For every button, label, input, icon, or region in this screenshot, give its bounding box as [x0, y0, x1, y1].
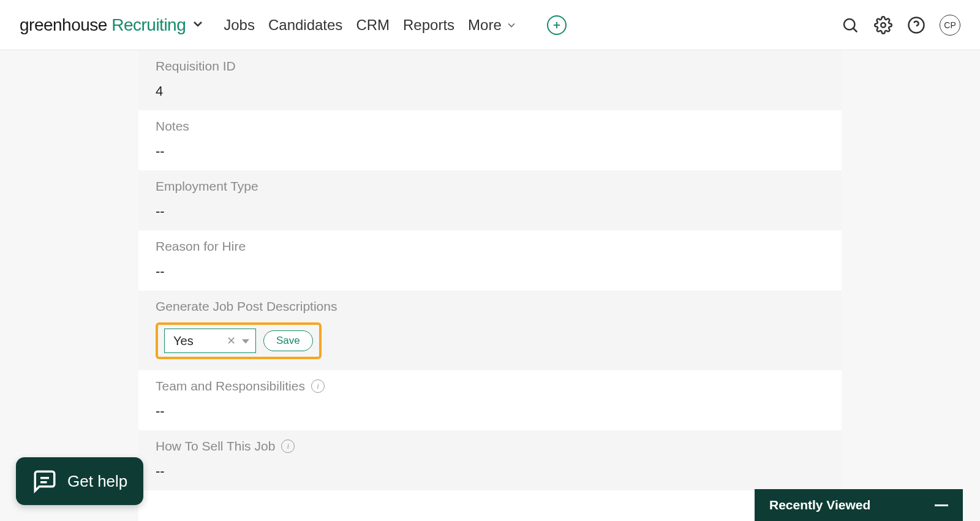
field-label: Requisition ID	[156, 59, 824, 74]
nav-jobs[interactable]: Jobs	[224, 17, 255, 34]
field-value[interactable]: --	[156, 463, 824, 479]
svg-marker-7	[242, 339, 249, 343]
logo-area[interactable]: greenhouse Recruiting	[20, 15, 205, 35]
avatar[interactable]: CP	[940, 15, 960, 36]
app-header: greenhouse Recruiting Jobs Candidates CR…	[0, 0, 980, 50]
field-requisition-id: Requisition ID 4	[138, 50, 842, 110]
save-button[interactable]: Save	[263, 330, 313, 351]
get-help-widget[interactable]: Get help	[16, 457, 143, 505]
field-value[interactable]: --	[156, 203, 824, 219]
close-icon[interactable]: ✕	[227, 334, 236, 348]
chat-icon	[32, 468, 58, 494]
field-value[interactable]: --	[156, 403, 824, 419]
chevron-down-icon[interactable]	[190, 17, 205, 34]
add-button[interactable]	[547, 15, 567, 35]
field-employment-type: Employment Type --	[138, 170, 842, 230]
recently-viewed-panel[interactable]: Recently Viewed	[755, 489, 963, 521]
recently-viewed-label: Recently Viewed	[769, 498, 935, 512]
info-icon[interactable]: i	[281, 439, 295, 453]
svg-point-2	[844, 19, 855, 30]
settings-button[interactable]	[873, 15, 893, 35]
select-value: Yes	[173, 334, 221, 348]
field-value[interactable]: --	[156, 264, 824, 280]
page-body: Requisition ID 4 Notes -- Employment Typ…	[0, 50, 980, 521]
search-icon	[841, 16, 859, 34]
nav-reports[interactable]: Reports	[403, 17, 454, 34]
logo-text: greenhouse Recruiting	[20, 15, 186, 35]
generate-select[interactable]: Yes ✕	[164, 329, 256, 353]
plus-icon	[551, 20, 562, 31]
field-team-and-responsibilities: Team and Responsibilities i --	[138, 370, 842, 430]
field-value[interactable]: 4	[156, 83, 824, 99]
caret-down-icon[interactable]	[242, 334, 249, 348]
field-label: Notes	[156, 119, 824, 134]
nav-crm[interactable]: CRM	[356, 17, 390, 34]
logo-primary: greenhouse	[20, 15, 107, 34]
field-label-text: How To Sell This Job	[156, 439, 275, 454]
svg-line-3	[853, 28, 857, 32]
nav-more[interactable]: More	[468, 17, 518, 34]
field-how-to-sell-this-job: How To Sell This Job i --	[138, 430, 842, 490]
field-label: Employment Type	[156, 179, 824, 194]
gear-icon	[874, 16, 892, 34]
header-right: CP	[840, 15, 960, 36]
minimize-icon[interactable]	[935, 504, 948, 506]
svg-point-4	[881, 23, 886, 28]
logo-secondary: Recruiting	[111, 15, 186, 34]
info-icon[interactable]: i	[311, 379, 325, 393]
highlight-box: Yes ✕ Save	[156, 322, 322, 359]
job-details-card: Requisition ID 4 Notes -- Employment Typ…	[138, 50, 842, 521]
help-icon	[907, 16, 925, 34]
help-button[interactable]	[907, 15, 926, 35]
field-label: Reason for Hire	[156, 239, 824, 254]
field-value[interactable]: --	[156, 143, 824, 159]
chevron-down-icon	[505, 19, 518, 31]
field-label: Generate Job Post Descriptions	[156, 299, 824, 314]
field-label: Team and Responsibilities i	[156, 379, 824, 394]
get-help-label: Get help	[67, 472, 127, 491]
nav-more-label: More	[468, 17, 502, 34]
search-button[interactable]	[840, 15, 860, 35]
field-notes: Notes --	[138, 110, 842, 170]
field-label: How To Sell This Job i	[156, 439, 824, 454]
avatar-initials: CP	[944, 20, 956, 30]
main-nav: Jobs Candidates CRM Reports More	[224, 17, 518, 34]
field-generate-job-post-descriptions: Generate Job Post Descriptions Yes ✕ Sav…	[138, 291, 842, 370]
field-label-text: Team and Responsibilities	[156, 379, 305, 394]
field-reason-for-hire: Reason for Hire --	[138, 230, 842, 291]
nav-candidates[interactable]: Candidates	[268, 17, 342, 34]
